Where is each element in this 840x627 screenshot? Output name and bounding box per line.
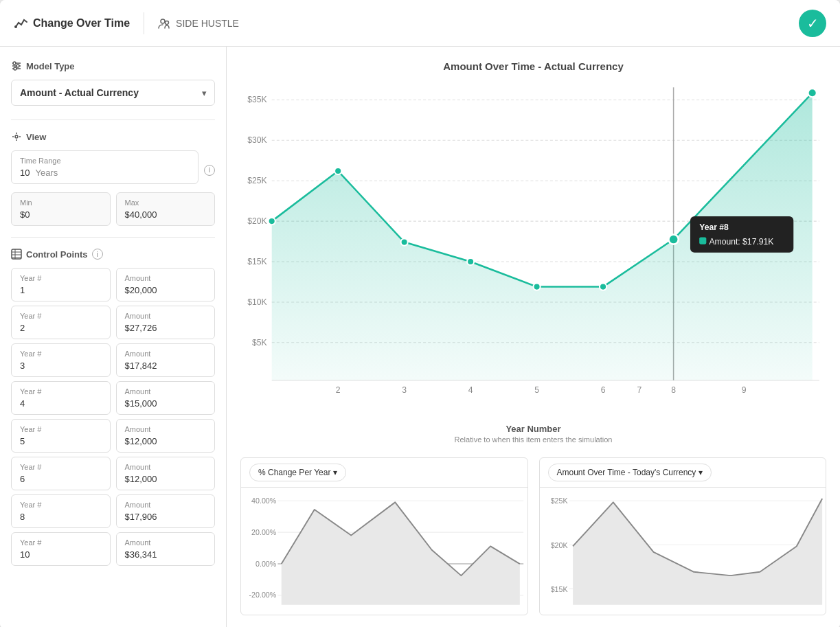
x-axis-label: Year Number [240,424,826,434]
control-points-header: Control Points i [11,249,215,260]
svg-point-1 [161,19,165,23]
max-label: Max [125,198,207,207]
svg-text:3: 3 [402,385,407,395]
header-title-group: Change Over Time [14,16,130,30]
svg-text:5: 5 [534,385,539,395]
x-axis-sublabel: Relative to when this item enters the si… [240,435,826,444]
svg-text:Year #8: Year #8 [699,223,729,232]
svg-text:$5K: $5K [252,338,267,347]
model-type-label: Model Type [26,61,75,71]
cp-year-6[interactable]: Year # 6 [11,457,111,490]
table-row: Year # 2 Amount $27,726 [11,306,215,339]
cp-year-10[interactable]: Year # 10 [11,532,111,566]
main-content: Amount Over Time - Actual Currency $35K … [227,47,840,627]
svg-text:$35K: $35K [247,95,266,104]
control-points-label: Control Points [26,249,88,260]
min-box[interactable]: Min $0 [11,192,111,226]
svg-text:6: 6 [601,385,606,395]
cp-year-1[interactable]: Year # 1 [11,268,111,301]
view-section-title: View [11,131,215,142]
svg-point-7 [16,65,19,67]
svg-text:0.00%: 0.00% [256,560,277,569]
svg-text:$10K: $10K [247,297,266,307]
cp-year-4[interactable]: Year # 4 [11,381,111,415]
control-points-info-icon[interactable]: i [92,249,103,260]
cp-amount-5[interactable]: Amount $12,000 [116,419,216,453]
cp-amount-1[interactable]: Amount $20,000 [116,268,216,301]
modal-header: Change Over Time SIDE HUSTLE ✓ [0,0,840,47]
view-icon [11,131,22,142]
left-chart-header: % Change Per Year ▾ [241,458,527,488]
svg-point-2 [166,21,169,24]
svg-point-44 [269,218,275,225]
header-title: Change Over Time [33,17,130,30]
view-label: View [26,132,46,142]
right-chart-dropdown-arrow: ▾ [699,468,703,477]
check-icon: ✓ [807,15,819,32]
time-range-label: Time Range [20,157,190,165]
cp-amount-6[interactable]: Amount $12,000 [116,457,216,490]
min-label: Min [20,198,102,207]
time-range-row: Time Range 10 Years i [11,150,215,184]
divider-2 [11,237,215,238]
bottom-charts: % Change Per Year ▾ 40.00% 20.00% 0.00% … [240,457,826,615]
cp-amount-3[interactable]: Amount $17,842 [116,343,216,377]
modal-body: Model Type Amount - Actual Currency ▾ [0,47,840,627]
cp-year-2[interactable]: Year # 2 [11,306,111,339]
svg-point-46 [401,239,408,246]
model-type-section-title: Model Type [11,60,215,71]
view-section: View Time Range 10 Years i [11,131,215,226]
right-bottom-chart: Amount Over Time - Today's Currency ▾ $2… [539,457,827,615]
time-range-value: 10 [20,168,30,178]
svg-point-0 [14,25,17,28]
header-subtitle: SIDE HUSTLE [176,18,239,29]
cp-amount-8[interactable]: Amount $17,906 [116,494,216,528]
right-bottom-chart-svg: $25K $20K $15K [540,488,826,613]
svg-rect-52 [690,216,793,253]
table-row: Year # 6 Amount $12,000 [11,457,215,490]
model-type-dropdown-wrapper[interactable]: Amount - Actual Currency ▾ [11,80,215,106]
table-row: Year # 1 Amount $20,000 [11,268,215,301]
svg-text:$30K: $30K [247,135,266,145]
svg-text:$25K: $25K [247,176,266,185]
confirm-button[interactable]: ✓ [799,10,826,37]
right-chart-title: Amount Over Time - Today's Currency [557,468,696,477]
svg-text:20.00%: 20.00% [251,529,277,537]
cp-amount-10[interactable]: Amount $36,341 [116,532,216,566]
cp-year-3[interactable]: Year # 3 [11,343,111,377]
left-bottom-chart-svg: 40.00% 20.00% 0.00% -20.00% [241,488,527,613]
svg-text:$15K: $15K [550,585,567,593]
max-value: $40,000 [125,209,207,220]
header-subtitle-group: SIDE HUSTLE [158,17,239,30]
time-range-info-icon[interactable]: i [204,165,215,176]
change-over-time-icon [14,16,27,30]
model-type-select[interactable]: Amount - Actual Currency [11,80,215,106]
svg-text:$20K: $20K [550,541,567,549]
left-bottom-chart: % Change Per Year ▾ 40.00% 20.00% 0.00% … [240,457,528,615]
right-chart-dropdown[interactable]: Amount Over Time - Today's Currency ▾ [548,464,712,481]
right-chart-header: Amount Over Time - Today's Currency ▾ [540,458,826,488]
left-chart-dropdown[interactable]: % Change Per Year ▾ [249,464,346,481]
svg-point-47 [467,258,474,265]
left-chart-title: % Change Per Year [258,468,330,477]
svg-text:8: 8 [671,385,676,395]
svg-text:$15K: $15K [247,257,266,266]
main-chart-container: $35K $30K $25K $20K $15K $10K $5K [240,80,826,410]
svg-point-51 [808,89,817,97]
svg-point-45 [334,168,341,174]
cp-amount-2[interactable]: Amount $27,726 [116,306,216,339]
main-chart-title: Amount Over Time - Actual Currency [240,60,826,72]
sliders-icon [11,60,22,71]
main-chart-svg: $35K $30K $25K $20K $15K $10K $5K [240,80,826,408]
svg-point-50 [668,234,678,244]
cp-year-8[interactable]: Year # 8 [11,494,111,528]
cp-year-5[interactable]: Year # 5 [11,419,111,453]
svg-text:-20.00%: -20.00% [249,591,277,599]
table-row: Year # 8 Amount $17,906 [11,494,215,528]
svg-text:7: 7 [637,385,642,395]
max-box[interactable]: Max $40,000 [116,192,216,226]
cp-amount-4[interactable]: Amount $15,000 [116,381,216,415]
svg-text:2: 2 [336,385,341,395]
svg-text:$20K: $20K [247,216,266,226]
time-range-box[interactable]: Time Range 10 Years [11,150,198,184]
